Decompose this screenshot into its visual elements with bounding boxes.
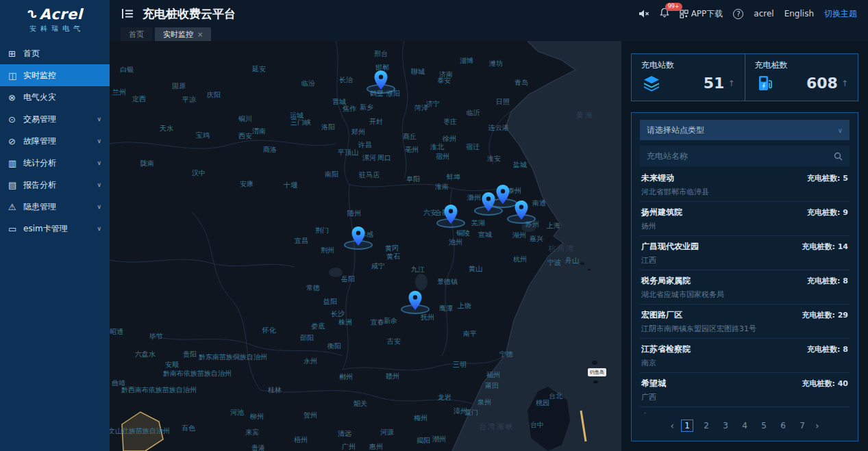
sidebar-item-首页[interactable]: ⊞首页 bbox=[0, 42, 110, 64]
map-city-label: 宝鸡 bbox=[196, 131, 210, 140]
sidebar-item-报告分析[interactable]: ▤报告分析∨ bbox=[0, 174, 110, 196]
tab-首页[interactable]: 首页 bbox=[121, 27, 152, 41]
map-city-label: 黄石 bbox=[386, 252, 400, 261]
map-city-label: 阜阳 bbox=[406, 175, 420, 184]
site-type-select[interactable]: 请选择站点类型 ∨ bbox=[640, 120, 850, 140]
station-address: 江阴市南闸镇东盟园区宏图路31号 bbox=[641, 324, 848, 334]
charger-icon bbox=[755, 75, 776, 92]
station-list-item[interactable]: 江苏省检察院充电桩数: 8南京 bbox=[640, 339, 850, 373]
station-list-item[interactable]: 未来锂动充电桩数: 5河北省邯郸市临漳县 bbox=[640, 168, 850, 202]
pagination-page-2[interactable]: 2 bbox=[700, 420, 712, 432]
pagination-page-7[interactable]: 7 bbox=[796, 420, 808, 432]
station-list-item[interactable]: 希望城充电桩数: 40广西 bbox=[640, 373, 850, 407]
map-city-label: 固原 bbox=[172, 81, 186, 91]
map-city-label: 开封 bbox=[369, 117, 383, 127]
pagination-page-5[interactable]: 5 bbox=[758, 420, 770, 432]
map-city-label: 河源 bbox=[380, 428, 394, 437]
charging-station-marker[interactable] bbox=[373, 70, 388, 90]
sidebar-item-统计分析[interactable]: ▥统计分析∨ bbox=[0, 152, 110, 174]
station-search bbox=[640, 146, 850, 166]
map-city-label: 杭州 bbox=[513, 255, 527, 264]
charging-station-marker[interactable] bbox=[351, 226, 366, 246]
username[interactable]: acrel bbox=[754, 9, 773, 18]
charging-station-marker[interactable] bbox=[495, 184, 510, 205]
station-name: 广昌现代农业园 bbox=[641, 241, 699, 253]
search-icon[interactable] bbox=[834, 152, 843, 161]
charging-station-marker[interactable] bbox=[408, 290, 423, 311]
charging-station-marker[interactable] bbox=[443, 204, 458, 224]
sidebar-item-隐患管理[interactable]: ⚠隐患管理∨ bbox=[0, 196, 110, 218]
brand-logo: ᔑ Acrel 安科瑞电气 bbox=[0, 0, 110, 40]
electric-fire-icon: ⊗ bbox=[8, 92, 23, 103]
sidebar-item-实时监控[interactable]: ◫实时监控 bbox=[0, 64, 110, 86]
map-city-label: 定西 bbox=[132, 94, 146, 104]
map-city-label: 铜川 bbox=[238, 114, 252, 124]
tab-bar: 首页实时监控× bbox=[110, 27, 868, 41]
pagination-page-4[interactable]: 4 bbox=[739, 420, 751, 432]
sidebar-item-label: 首页 bbox=[23, 48, 40, 60]
station-search-input[interactable] bbox=[647, 151, 834, 161]
map-city-label: 日照 bbox=[496, 97, 510, 107]
pagination-page-3[interactable]: 3 bbox=[719, 420, 732, 432]
map-city-label: 淮南 bbox=[435, 182, 449, 192]
station-list-item[interactable]: 扬州建筑院充电桩数: 9扬州 bbox=[640, 202, 850, 236]
sidebar-item-esim卡管理[interactable]: ▭esim卡管理∨ bbox=[0, 218, 110, 240]
sidebar-item-label: 隐患管理 bbox=[23, 201, 56, 213]
station-list-item[interactable]: 广昌现代农业园充电桩数: 14江西 bbox=[640, 236, 850, 270]
pagination-page-6[interactable]: 6 bbox=[777, 420, 789, 432]
pagination-page-1[interactable]: 1 bbox=[681, 420, 693, 432]
theme-switch-link[interactable]: 切换主题 bbox=[824, 8, 857, 20]
station-address: 湖北省应城市国家税务局 bbox=[641, 289, 848, 300]
speaker-mute-icon[interactable] bbox=[638, 9, 649, 18]
map-city-label: 渭南 bbox=[252, 127, 266, 136]
station-list-item[interactable]: 安徽电缆股份有限公司充电桩数: 2安徽 bbox=[640, 407, 850, 413]
language-switch[interactable]: English bbox=[784, 9, 814, 18]
chevron-down-icon: ∨ bbox=[97, 138, 101, 144]
map-city-label: 三明 bbox=[453, 360, 467, 370]
station-pile-count: 充电桩数: 9 bbox=[807, 207, 848, 218]
charging-station-marker[interactable] bbox=[514, 200, 529, 220]
map-city-label: 荆州 bbox=[321, 246, 334, 255]
map-city-label: 淄博 bbox=[460, 56, 473, 66]
map-city-label: 徐州 bbox=[443, 134, 456, 144]
china-map[interactable]: 邢台邯郸聊城济南泰安淄博潍坊青岛日照临沂枣庄连云港济宁菏泽鹤壁濮阳长治晋城焦作新… bbox=[110, 41, 621, 451]
map-city-label: 吉安 bbox=[387, 337, 401, 346]
help-icon[interactable]: ? bbox=[733, 9, 743, 19]
station-list-item[interactable]: 宏图路厂区充电桩数: 29江阴市南闸镇东盟园区宏图路31号 bbox=[640, 305, 850, 339]
map-city-label: 曲靖 bbox=[112, 378, 125, 388]
close-icon[interactable]: × bbox=[197, 31, 203, 38]
map-city-label: 淮北 bbox=[430, 142, 444, 152]
pagination-next-icon[interactable]: › bbox=[815, 420, 819, 431]
station-address: 南京 bbox=[641, 358, 848, 368]
station-list-item[interactable]: 税务局家属院充电桩数: 8湖北省应城市国家税务局 bbox=[640, 270, 850, 305]
map-city-label: 宣城 bbox=[478, 230, 492, 240]
map-overlay: 邢台邯郸聊城济南泰安淄博潍坊青岛日照临沂枣庄连云港济宁菏泽鹤壁濮阳长治晋城焦作新… bbox=[110, 41, 621, 451]
map-city-label: 广州 bbox=[342, 442, 356, 451]
sidebar-item-故障管理[interactable]: ⊘故障管理∨ bbox=[0, 130, 110, 152]
map-city-label: 娄底 bbox=[311, 322, 325, 331]
tab-实时监控[interactable]: 实时监控× bbox=[155, 27, 211, 41]
station-pile-count: 充电桩数: 14 bbox=[802, 242, 848, 252]
station-name: 扬州建筑院 bbox=[641, 207, 682, 218]
qr-code-icon bbox=[680, 10, 689, 18]
map-city-label: 毕节 bbox=[149, 332, 163, 342]
map-city-label: 贵阳 bbox=[183, 350, 197, 359]
notifications[interactable]: 99+ bbox=[660, 8, 669, 20]
collapse-menu-icon[interactable] bbox=[121, 7, 134, 21]
map-city-label: 黄海 bbox=[576, 110, 594, 120]
map-city-label: 临汾 bbox=[301, 79, 315, 88]
map-city-label: 黄山 bbox=[469, 264, 482, 274]
chevron-down-icon: ∨ bbox=[97, 116, 101, 123]
map-city-label: 兰州 bbox=[112, 88, 126, 97]
station-name: 未来锂动 bbox=[641, 172, 674, 184]
sidebar-item-交易管理[interactable]: ⊙交易管理∨ bbox=[0, 108, 110, 130]
sidebar-item-label: 故障管理 bbox=[23, 136, 56, 147]
map-city-label: 天水 bbox=[160, 124, 173, 133]
app-download-link[interactable]: APP下载 bbox=[680, 8, 723, 20]
map-city-label: 昭通 bbox=[110, 327, 123, 337]
top-bar: 充电桩收费云平台 99+ bbox=[110, 0, 868, 27]
sidebar-item-电气火灾[interactable]: ⊗电气火灾 bbox=[0, 86, 110, 108]
pagination-prev-icon[interactable]: ‹ bbox=[670, 420, 674, 431]
map-city-label: 韶关 bbox=[354, 399, 367, 409]
station-name: 宏图路厂区 bbox=[641, 309, 682, 321]
